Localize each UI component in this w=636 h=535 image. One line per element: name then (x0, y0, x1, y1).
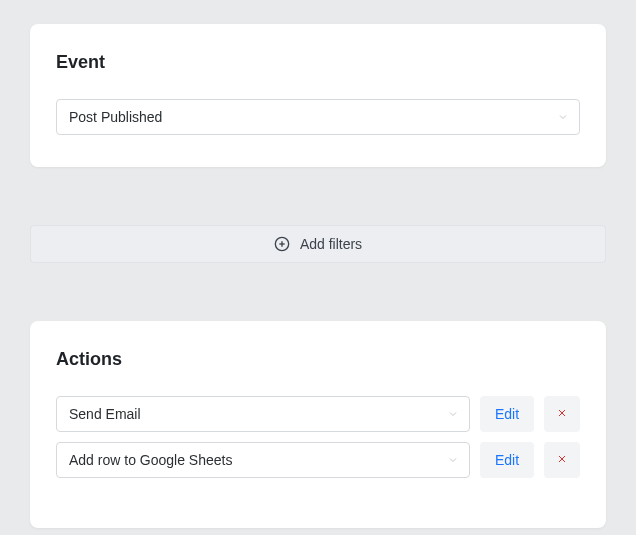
event-select-value: Post Published (69, 109, 162, 125)
edit-action-button[interactable]: Edit (480, 442, 534, 478)
add-filters-label: Add filters (300, 236, 362, 252)
delete-action-button[interactable] (544, 442, 580, 478)
event-select[interactable]: Post Published (56, 99, 580, 135)
plus-circle-icon (274, 236, 290, 252)
event-title: Event (56, 52, 580, 73)
actions-card: Actions Send Email Edit Add row to Googl… (30, 321, 606, 528)
action-select[interactable]: Add row to Google Sheets (56, 442, 470, 478)
chevron-down-icon (557, 111, 569, 123)
action-select-value: Send Email (69, 406, 141, 422)
chevron-down-icon (447, 454, 459, 466)
chevron-down-icon (447, 408, 459, 420)
close-icon (556, 406, 568, 422)
edit-action-button[interactable]: Edit (480, 396, 534, 432)
action-select-value: Add row to Google Sheets (69, 452, 232, 468)
event-card: Event Post Published (30, 24, 606, 167)
add-filters-button[interactable]: Add filters (30, 225, 606, 263)
delete-action-button[interactable] (544, 396, 580, 432)
close-icon (556, 452, 568, 468)
action-row: Add row to Google Sheets Edit (56, 442, 580, 478)
action-row: Send Email Edit (56, 396, 580, 432)
action-select[interactable]: Send Email (56, 396, 470, 432)
actions-title: Actions (56, 349, 580, 370)
